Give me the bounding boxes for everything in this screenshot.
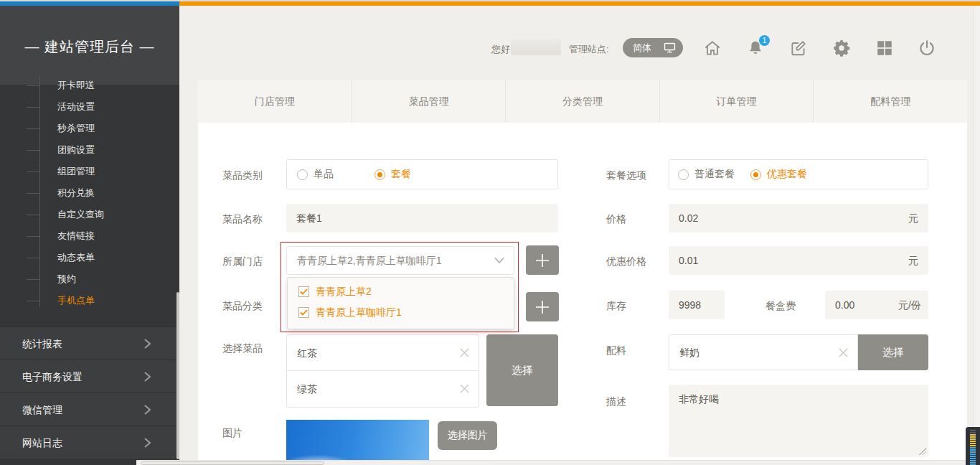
sidebar-item[interactable]: 团购设置: [0, 139, 179, 161]
form-panel: 菜品类别 菜品名称 所属门店 菜品分类 选择菜品 图片 套餐选项 价格 优惠价格…: [198, 123, 967, 465]
select-image-button[interactable]: 选择图片: [438, 421, 497, 450]
meter-segment: [970, 451, 976, 453]
sidebar-item[interactable]: 自定义查询: [0, 204, 179, 225]
combo-radio-group: 普通套餐 优惠套餐: [669, 159, 928, 189]
dish-name-input[interactable]: 套餐1: [286, 204, 558, 232]
meter-segment: [970, 445, 976, 446]
field-label-store: 所属门店: [222, 255, 263, 268]
sidebar-item[interactable]: 积分兑换: [0, 182, 179, 204]
clear-icon[interactable]: [838, 347, 849, 358]
notifications-button[interactable]: 1: [746, 39, 765, 57]
sidebar-item-label: 友情链接: [57, 230, 95, 241]
field-label-name: 菜品名称: [222, 213, 263, 226]
select-ingredient-button[interactable]: 选择: [858, 334, 928, 370]
sidebar-section[interactable]: 统计报表: [0, 327, 179, 360]
chevron-right-icon: [143, 405, 152, 415]
sidebar-item[interactable]: 动态表单: [0, 247, 179, 268]
sidebar-section-label: 网站日志: [22, 437, 62, 448]
vertical-scrollbar[interactable]: [973, 6, 980, 465]
logout-button[interactable]: [918, 39, 936, 57]
sidebar-item-label: 自定义查询: [57, 209, 104, 220]
dish-row[interactable]: 绿茶: [287, 371, 479, 407]
tab[interactable]: 订单管理: [660, 80, 814, 123]
select-dishes-label: 选择: [512, 364, 533, 377]
sidebar-item-label: 活动设置: [57, 101, 95, 112]
horizontal-scrollbar-thumb[interactable]: [141, 461, 324, 465]
tab[interactable]: 配料管理: [814, 80, 967, 123]
sidebar-item[interactable]: 手机点单: [0, 290, 179, 311]
store-option[interactable]: 青青原上草咖啡厅1: [288, 302, 514, 323]
ingredient-input[interactable]: 鲜奶: [669, 334, 858, 370]
tab-label: 订单管理: [717, 95, 757, 107]
edit-button[interactable]: [789, 39, 808, 57]
radio-option[interactable]: 套餐: [374, 168, 411, 181]
field-label-boxfee: 餐盒费: [765, 300, 796, 313]
main-area: 您好 管理站点: 简体 1 门店管理: [179, 6, 980, 465]
sidebar-item[interactable]: 秒杀管理: [0, 118, 179, 139]
tab[interactable]: 门店管理: [198, 80, 352, 123]
sidebar-section[interactable]: 网站日志: [0, 426, 179, 459]
boxfee-unit: 元/份: [898, 291, 921, 319]
checkbox-checked-icon: [298, 286, 309, 297]
sidebar-header: — 建站管理后台 —: [0, 6, 179, 85]
settings-button[interactable]: [832, 39, 851, 57]
sidebar-section-label: 微信管理: [22, 404, 62, 415]
sidebar: — 建站管理后台 — 开卡即送 活动设置 秒杀管理 团购设置 组团管理 积分兑换…: [0, 6, 179, 465]
tab-bar: 门店管理 菜品管理 分类管理 订单管理 配料管理: [198, 80, 967, 123]
username-redacted: [511, 39, 561, 55]
tab[interactable]: 菜品管理: [352, 80, 507, 123]
meter-segment: [970, 438, 976, 440]
ingredient-field: 鲜奶 选择: [669, 334, 928, 370]
edit-icon: [789, 39, 808, 57]
store-dropdown-panel: 青青原上草2 青青原上草咖啡厅1: [287, 277, 514, 329]
radio-option[interactable]: 单品: [297, 168, 334, 181]
horizontal-scrollbar[interactable]: [136, 460, 980, 465]
chevron-right-icon: [143, 372, 152, 382]
sidebar-item[interactable]: 预约: [0, 268, 179, 290]
tab-label: 配料管理: [870, 95, 910, 107]
store-select[interactable]: 青青原上草2,青青原上草咖啡厅1: [286, 246, 514, 275]
select-dishes-button[interactable]: 选择: [486, 334, 558, 406]
sidebar-item-label: 积分兑换: [57, 187, 95, 198]
boxfee-input[interactable]: 0.00元/份: [825, 291, 928, 319]
sidebar-item[interactable]: 开卡即送: [0, 75, 179, 96]
description-textarea[interactable]: 非常好喝: [669, 385, 928, 457]
field-label-dishes: 选择菜品: [222, 342, 263, 355]
price-input[interactable]: 0.02元: [669, 204, 928, 232]
sidebar-item-label: 预约: [57, 273, 76, 284]
radio-icon: [297, 169, 308, 180]
tab[interactable]: 分类管理: [506, 80, 660, 123]
sidebar-item-label: 手机点单: [57, 295, 95, 306]
meter-segment: [970, 458, 976, 459]
radio-option[interactable]: 优惠套餐: [750, 168, 807, 181]
sidebar-item[interactable]: 友情链接: [0, 225, 179, 247]
dish-image-preview: [286, 420, 429, 465]
sidebar-section[interactable]: 电子商务设置: [0, 360, 179, 393]
stock-input[interactable]: 9998: [669, 291, 725, 319]
field-label-discount: 优惠价格: [606, 255, 646, 268]
tab-label: 菜品管理: [408, 95, 448, 107]
meter-segment: [970, 454, 976, 455]
radio-option[interactable]: 普通套餐: [678, 168, 735, 181]
apps-button[interactable]: [875, 39, 894, 57]
discount-price-input[interactable]: 0.01元: [669, 246, 928, 275]
clear-icon[interactable]: [459, 347, 470, 358]
home-button[interactable]: [703, 39, 722, 57]
sidebar-item[interactable]: 活动设置: [0, 96, 179, 118]
app-title: — 建站管理后台 —: [0, 37, 179, 57]
language-switch-button[interactable]: 简体: [623, 38, 683, 57]
chevron-right-icon: [143, 438, 152, 448]
add-store-button[interactable]: [526, 245, 559, 275]
dish-row[interactable]: 红茶: [287, 335, 479, 371]
store-option[interactable]: 青青原上草2: [288, 281, 514, 302]
language-label: 简体: [633, 42, 651, 55]
resize-handle-icon[interactable]: [919, 448, 926, 455]
clear-icon[interactable]: [459, 383, 470, 394]
sidebar-item-label: 组团管理: [57, 166, 95, 177]
field-label-classify: 菜品分类: [222, 300, 263, 313]
meter-segment: [970, 436, 976, 438]
sidebar-item[interactable]: 组团管理: [0, 161, 179, 182]
sidebar-section[interactable]: 微信管理: [0, 393, 179, 426]
extension-meter-widget: [966, 427, 980, 465]
add-classify-button[interactable]: [526, 292, 559, 321]
